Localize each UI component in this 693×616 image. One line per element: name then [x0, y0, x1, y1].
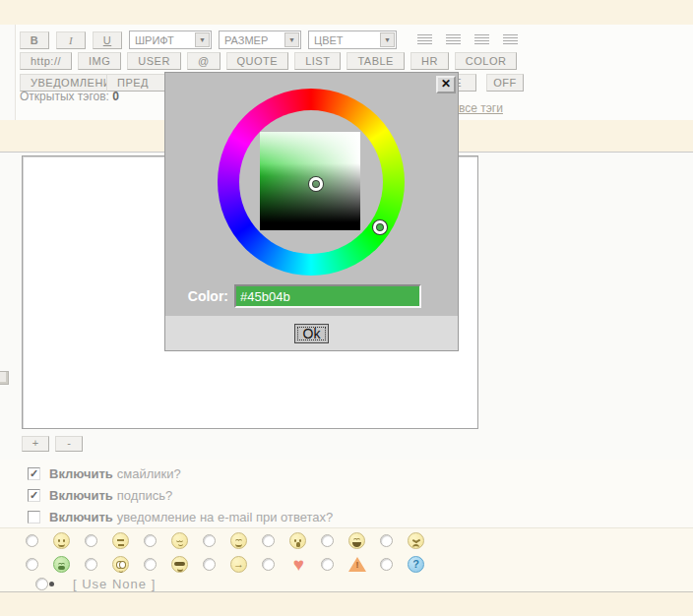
chevron-down-icon[interactable]: ▼ — [380, 32, 395, 47]
arrow-glyph: ▼ — [288, 36, 295, 43]
color-hex-input[interactable] — [234, 284, 421, 308]
smiley-cool-glasses-icon[interactable] — [171, 556, 188, 573]
all-tags-link[interactable]: все тэги — [459, 101, 503, 115]
textarea-grow-button[interactable]: + — [22, 436, 49, 452]
hue-marker[interactable] — [373, 220, 387, 234]
align-justify-icon[interactable] — [503, 34, 518, 45]
close-icon[interactable]: ✕ — [436, 76, 456, 93]
smiley-radio[interactable] — [203, 534, 216, 547]
align-right-icon[interactable] — [474, 34, 489, 45]
color-select[interactable]: ЦВЕТ ▼ — [308, 31, 397, 49]
bbcode-row: http:// IMG USER @ QUOTE LIST TABLE HR C… — [20, 52, 517, 70]
top-band — [0, 0, 693, 25]
quote-button[interactable]: QUOTE — [226, 52, 289, 70]
table-button[interactable]: TABLE — [346, 52, 405, 70]
chevron-down-icon[interactable]: ▼ — [284, 32, 299, 47]
textarea-shrink-button[interactable]: - — [55, 436, 83, 452]
smiley-laugh-icon[interactable] — [348, 532, 365, 549]
smiley-sleepy-icon[interactable] — [171, 532, 188, 549]
warning-icon[interactable]: ! — [348, 557, 366, 573]
enable-smilies-checkbox[interactable]: ✓ — [28, 467, 40, 480]
smiley-sick-icon[interactable] — [53, 556, 70, 573]
smiley-radio[interactable] — [380, 558, 393, 571]
smiley-radio[interactable] — [144, 534, 157, 547]
option-row: Включитьуведомление на e-mail при ответа… — [28, 510, 333, 524]
size-select-value: РАЗМЕР — [224, 34, 268, 46]
option-label-rest: смайлики? — [117, 466, 181, 481]
alignment-group — [417, 34, 518, 45]
enable-email-notify-checkbox[interactable] — [28, 511, 40, 524]
smiley-radio[interactable] — [380, 534, 393, 547]
check-icon: ✓ — [29, 468, 39, 478]
use-none-radio[interactable] — [35, 578, 48, 590]
smiley-radio[interactable] — [144, 558, 157, 571]
smiley-row: → ♥ ! ? — [26, 556, 439, 573]
option-label-bold: Включить — [49, 510, 113, 524]
option-label: Включитьсмайлики? — [49, 466, 181, 481]
hr-button[interactable]: HR — [410, 52, 449, 70]
option-label-rest: подпись? — [117, 488, 172, 503]
enable-signature-checkbox[interactable]: ✓ — [28, 489, 40, 502]
smiley-angry-icon[interactable] — [408, 532, 424, 549]
option-label: Включитьподпись? — [49, 488, 172, 503]
open-tags-label: Открытых тэгов: — [20, 90, 109, 103]
smiley-radio[interactable] — [26, 534, 38, 547]
color-picker-dialog: ✕ Color: Ok — [164, 72, 459, 351]
option-row: ✓ Включитьподпись? — [28, 488, 172, 502]
color-value-row: Color: — [165, 284, 458, 308]
smiley-picker: → ♥ ! ? [ Use None ] — [0, 528, 693, 591]
format-row: B I U ШРИФТ ▼ РАЗМЕР ▼ ЦВЕТ ▼ — [20, 31, 518, 49]
color-button[interactable]: COLOR — [455, 52, 518, 70]
open-tags-status: Открытых тэгов: 0 — [20, 90, 119, 103]
align-left-icon[interactable] — [417, 34, 432, 45]
sv-marker[interactable] — [309, 177, 323, 191]
smiley-annoyed-icon[interactable] — [112, 532, 129, 549]
smiley-radio[interactable] — [321, 558, 334, 571]
use-none-row: [ Use None ] — [26, 577, 156, 591]
arrow-glyph: ▼ — [199, 36, 206, 43]
smiley-smile-icon[interactable] — [53, 532, 70, 549]
at-button[interactable]: @ — [187, 52, 220, 70]
smiley-wide-eyes-icon[interactable] — [112, 556, 129, 573]
ok-button[interactable]: Ok — [294, 324, 330, 343]
use-none-label: [ Use None ] — [73, 577, 156, 591]
smiley-radio[interactable] — [85, 558, 97, 571]
smiley-radio[interactable] — [262, 534, 275, 547]
underline-button[interactable]: U — [93, 31, 122, 49]
size-select[interactable]: РАЗМЕР ▼ — [219, 31, 301, 49]
arrow-icon[interactable]: → — [230, 556, 247, 573]
option-label-rest: уведомление на e-mail при ответах? — [117, 510, 333, 524]
smiley-radio[interactable] — [203, 558, 216, 571]
smiley-row — [26, 532, 439, 549]
align-center-icon[interactable] — [446, 34, 461, 45]
heart-icon[interactable]: ♥ — [289, 556, 308, 573]
smiley-radio[interactable] — [262, 558, 275, 571]
bottom-band — [0, 591, 693, 616]
off-button[interactable]: OFF — [486, 74, 524, 92]
img-button[interactable]: IMG — [78, 52, 121, 70]
option-label: Включитьуведомление на e-mail при ответа… — [49, 510, 333, 524]
arrow-glyph: ▼ — [384, 36, 391, 43]
open-tags-count: 0 — [112, 90, 119, 103]
option-label-bold: Включить — [49, 466, 113, 481]
question-icon[interactable]: ? — [408, 556, 424, 573]
bold-button[interactable]: B — [20, 31, 49, 49]
list-button[interactable]: LIST — [294, 52, 341, 70]
smiley-wink-icon[interactable] — [230, 532, 247, 549]
option-row: ✓ Включитьсмайлики? — [28, 466, 181, 480]
option-label-bold: Включить — [49, 488, 113, 503]
radio-dot — [49, 582, 54, 586]
color-label: Color: — [165, 288, 228, 304]
chevron-down-icon[interactable]: ▼ — [195, 32, 210, 47]
url-button[interactable]: http:// — [20, 52, 72, 70]
font-select[interactable]: ШРИФТ ▼ — [129, 31, 212, 49]
color-select-value: ЦВЕТ — [314, 34, 344, 46]
smiley-radio[interactable] — [26, 558, 38, 571]
italic-button[interactable]: I — [56, 31, 86, 49]
user-button[interactable]: USER — [127, 52, 181, 70]
smiley-radio[interactable] — [321, 534, 334, 547]
check-icon: ✓ — [29, 490, 39, 500]
smiley-radio[interactable] — [85, 534, 97, 547]
smiley-surprised-icon[interactable] — [289, 532, 306, 549]
clipped-edge-icon — [0, 371, 9, 385]
